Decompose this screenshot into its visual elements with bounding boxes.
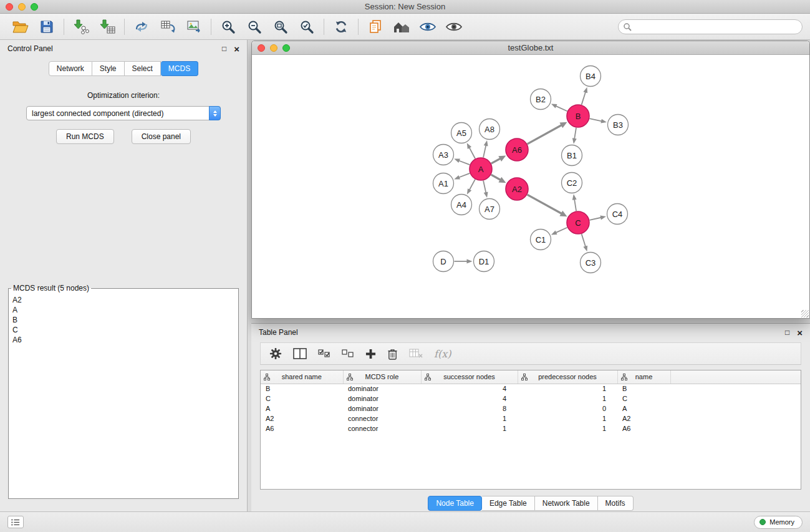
apply-layout-button[interactable] <box>328 16 354 37</box>
table-cell[interactable]: 0 <box>518 404 617 414</box>
edge-A-A2[interactable] <box>491 175 501 180</box>
table-cell[interactable]: A6 <box>261 423 343 433</box>
edge-C-C3[interactable] <box>582 234 586 247</box>
edge-B-B4[interactable] <box>582 92 586 105</box>
table-settings-button[interactable] <box>269 346 282 362</box>
table-cell[interactable]: A <box>261 404 343 414</box>
edge-C-C4[interactable] <box>590 218 602 220</box>
edge-C-C2[interactable] <box>574 199 576 211</box>
zoom-fit-button[interactable] <box>268 16 294 37</box>
table-cell[interactable]: B <box>617 384 670 394</box>
table-cell[interactable]: 1 <box>518 423 617 433</box>
tab-select[interactable]: Select <box>125 61 161 76</box>
tab-network-table[interactable]: Network Table <box>535 496 598 511</box>
import-table-button[interactable] <box>94 16 120 37</box>
export-table-button[interactable] <box>155 16 181 37</box>
search-input[interactable] <box>618 19 803 34</box>
delete-table-button[interactable] <box>409 346 423 362</box>
tab-network[interactable]: Network <box>49 61 92 76</box>
close-table-panel-icon[interactable]: × <box>797 328 803 337</box>
close-network-icon[interactable] <box>258 44 265 52</box>
show-style-button[interactable] <box>415 16 441 37</box>
home-view-button[interactable] <box>388 16 415 37</box>
create-column-button[interactable] <box>365 346 376 362</box>
column-header-successor-nodes[interactable]: successor nodes <box>421 370 518 384</box>
float-panel-icon[interactable]: □ <box>222 45 226 52</box>
table-row[interactable]: A6connector11A6 <box>261 423 801 433</box>
table-row[interactable]: Bdominator41B <box>261 384 801 394</box>
table-cell[interactable]: C <box>261 394 343 404</box>
table-cell[interactable]: connector <box>343 414 421 423</box>
table-cell[interactable]: connector <box>343 423 421 433</box>
network-graph[interactable]: AA1A2A3A4A5A6A7A8BB1B2B3B4CC1C2C3C4DD1 <box>252 55 809 318</box>
column-header-predecessor-nodes[interactable]: predecessor nodes <box>518 370 617 384</box>
zoom-selected-button[interactable] <box>294 16 320 37</box>
close-window-icon[interactable] <box>6 3 13 11</box>
edge-A-A8[interactable] <box>483 145 486 158</box>
resize-grip[interactable] <box>801 310 809 317</box>
export-image-button[interactable] <box>181 16 207 37</box>
run-mcds-button[interactable]: Run MCDS <box>56 129 114 144</box>
table-row[interactable]: A2connector11A2 <box>261 414 801 423</box>
mcds-result-item[interactable]: B <box>12 315 234 325</box>
table-row[interactable]: Adominator80A <box>261 404 801 414</box>
table-cell[interactable]: A2 <box>617 414 670 423</box>
mcds-result-item[interactable]: A2 <box>12 295 234 305</box>
table-cell[interactable]: 4 <box>421 384 518 394</box>
import-network-button[interactable] <box>68 16 94 37</box>
close-panel-button[interactable]: Close panel <box>132 129 191 144</box>
zoom-network-icon[interactable] <box>282 44 290 52</box>
task-history-button[interactable] <box>7 516 24 528</box>
network-canvas[interactable]: AA1A2A3A4A5A6A7A8BB1B2B3B4CC1C2C3C4DD1 <box>252 55 809 318</box>
edge-A6-B[interactable] <box>528 125 562 143</box>
node-table-container[interactable]: shared nameMCDS rolesuccessor nodesprede… <box>260 370 801 490</box>
edge-C-C1[interactable] <box>556 228 567 233</box>
show-columns-button[interactable] <box>293 346 307 362</box>
open-file-button[interactable] <box>7 16 34 37</box>
zoom-in-button[interactable] <box>215 16 241 37</box>
delete-column-button[interactable] <box>387 346 398 362</box>
mcds-result-item[interactable]: A <box>12 305 234 315</box>
tab-mcds[interactable]: MCDS <box>161 61 198 76</box>
zoom-window-icon[interactable] <box>31 3 38 11</box>
export-network-button[interactable] <box>128 16 155 37</box>
tab-edge-table[interactable]: Edge Table <box>482 496 535 511</box>
table-cell[interactable]: A6 <box>617 423 670 433</box>
table-cell[interactable]: 8 <box>421 404 518 414</box>
table-cell[interactable]: B <box>261 384 343 394</box>
dropdown-stepper-icon[interactable] <box>209 106 221 120</box>
table-cell[interactable]: 4 <box>421 394 518 404</box>
window-titlebar[interactable]: Session: New Session <box>0 0 810 14</box>
edge-B-B1[interactable] <box>574 128 576 139</box>
edge-A-A4[interactable] <box>470 180 475 190</box>
table-cell[interactable]: A <box>617 404 670 414</box>
table-row[interactable]: Cdominator41C <box>261 394 801 404</box>
float-table-panel-icon[interactable]: □ <box>785 329 789 336</box>
table-cell[interactable]: C <box>617 394 670 404</box>
table-cell[interactable]: dominator <box>343 394 421 404</box>
mcds-result-item[interactable]: C <box>12 325 234 335</box>
optimization-criterion-select[interactable]: largest connected component (directed) <box>26 106 221 120</box>
tab-motifs[interactable]: Motifs <box>598 496 634 511</box>
function-builder-button[interactable]: f(x) <box>434 346 451 362</box>
column-header-name[interactable]: name <box>617 370 670 384</box>
minimize-network-icon[interactable] <box>270 44 277 52</box>
zoom-out-button[interactable] <box>241 16 268 37</box>
table-cell[interactable]: A2 <box>261 414 343 423</box>
column-header-MCDS-role[interactable]: MCDS role <box>343 370 421 384</box>
save-session-button[interactable] <box>34 16 60 37</box>
copy-view-button[interactable] <box>362 16 388 37</box>
show-details-button[interactable] <box>441 16 467 37</box>
table-cell[interactable]: 1 <box>518 394 617 404</box>
tab-style[interactable]: Style <box>92 61 125 76</box>
table-cell[interactable]: 1 <box>421 414 518 423</box>
table-cell[interactable]: dominator <box>343 404 421 414</box>
edge-A2-C[interactable] <box>528 195 562 213</box>
edge-A-A6[interactable] <box>491 158 501 163</box>
table-cell[interactable]: 1 <box>421 423 518 433</box>
close-panel-icon[interactable]: × <box>234 44 239 54</box>
edge-A-A3[interactable] <box>459 160 470 165</box>
network-view-window[interactable]: testGlobe.txt AA1A2A3A4A5A6A7A8BB1B2B3B4… <box>251 41 810 319</box>
edge-A-A7[interactable] <box>483 181 486 193</box>
edge-B-B2[interactable] <box>556 106 567 111</box>
